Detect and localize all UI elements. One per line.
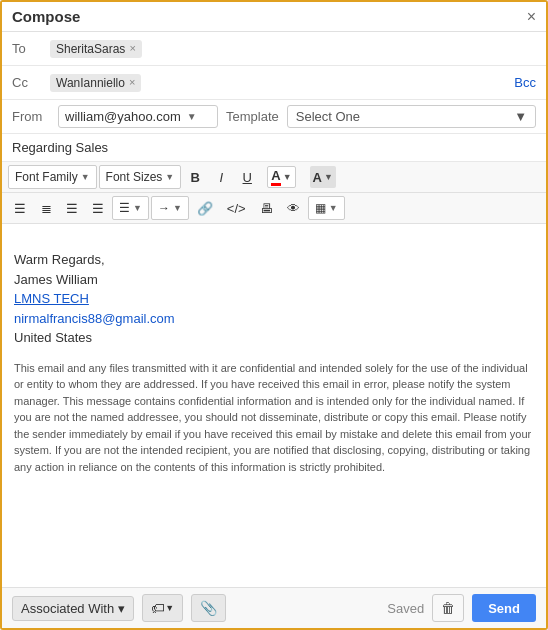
to-values: SheritaSaras × — [50, 40, 536, 58]
cc-chip-wan: WanIanniello × — [50, 74, 141, 92]
list-icon: ☰ — [119, 201, 130, 215]
associated-with-button[interactable]: Associated With ▾ — [12, 596, 134, 621]
font-sizes-dropdown[interactable]: Font Sizes ▼ — [99, 165, 182, 189]
regarding-text: Regarding Sales — [12, 140, 108, 155]
justify-button[interactable]: ☰ — [86, 196, 110, 220]
toolbar-row2: ☰ ≣ ☰ ☰ ☰ ▼ → ▼ 🔗 </> 🖶 👁 ▦ ▼ — [2, 193, 546, 224]
table-dropdown[interactable]: ▦ ▼ — [308, 196, 345, 220]
align-right-button[interactable]: ☰ — [60, 196, 84, 220]
trash-button[interactable]: 🗑 — [432, 594, 464, 622]
tags-arrow-icon: ▼ — [165, 603, 174, 613]
cc-label: Cc — [12, 75, 50, 90]
template-label: Template — [226, 109, 279, 124]
sender-email: nirmalfrancis88@gmail.com — [14, 309, 534, 329]
font-color-a-box: A ▼ — [267, 166, 295, 188]
close-button[interactable]: × — [527, 9, 536, 25]
to-chip-sherita-label: SheritaSaras — [56, 42, 125, 56]
highlight-arrow: ▼ — [324, 172, 333, 182]
cc-row: Cc WanIanniello × Bcc — [2, 66, 546, 100]
from-label: From — [12, 109, 50, 124]
disclaimer-text: This email and any files transmitted wit… — [14, 360, 534, 476]
attach-button[interactable]: 📎 — [191, 594, 226, 622]
highlight-a-box: A ▼ — [310, 166, 336, 188]
associated-with-label: Associated With — [21, 601, 114, 616]
send-button[interactable]: Send — [472, 594, 536, 622]
compose-window: Compose × To SheritaSaras × Cc WanIannie… — [0, 0, 548, 630]
compose-header: Compose × — [2, 2, 546, 32]
editor-area[interactable]: Warm Regards, James William LMNS TECH ni… — [2, 224, 546, 587]
tags-button[interactable]: 🏷 ▼ — [142, 594, 183, 622]
company-name: LMNS TECH — [14, 289, 534, 309]
font-sizes-label: Font Sizes — [106, 170, 163, 184]
from-select[interactable]: william@yahoo.com ▼ — [58, 105, 218, 128]
highlight-button[interactable]: A ▼ — [304, 165, 342, 189]
link-button[interactable]: 🔗 — [191, 196, 219, 220]
code-button[interactable]: </> — [221, 196, 252, 220]
indent-dropdown[interactable]: → ▼ — [151, 196, 189, 220]
font-family-dropdown[interactable]: Font Family ▼ — [8, 165, 97, 189]
from-row: From william@yahoo.com ▼ Template Select… — [2, 100, 546, 134]
to-row: To SheritaSaras × — [2, 32, 546, 66]
template-arrow-icon: ▼ — [514, 109, 527, 124]
table-icon: ▦ — [315, 201, 326, 215]
bold-button[interactable]: B — [183, 165, 207, 189]
template-placeholder: Select One — [296, 109, 360, 124]
font-family-label: Font Family — [15, 170, 78, 184]
signature-block: Warm Regards, James William LMNS TECH ni… — [14, 250, 534, 348]
font-sizes-arrow-icon: ▼ — [165, 172, 174, 182]
cc-values: WanIanniello × — [50, 74, 514, 92]
trash-icon: 🗑 — [441, 600, 455, 616]
print-button[interactable]: 🖶 — [254, 196, 279, 220]
tags-icon: 🏷 — [151, 600, 165, 616]
align-center-button[interactable]: ≣ — [34, 196, 58, 220]
regarding-row: Regarding Sales — [2, 134, 546, 162]
list-arrow-icon: ▼ — [133, 203, 142, 213]
bcc-link[interactable]: Bcc — [514, 75, 536, 90]
to-chip-sherita: SheritaSaras × — [50, 40, 142, 58]
indent-icon: → — [158, 201, 170, 215]
template-select[interactable]: Select One ▼ — [287, 105, 536, 128]
italic-button[interactable]: I — [209, 165, 233, 189]
warm-regards: Warm Regards, — [14, 250, 534, 270]
underline-button[interactable]: U — [235, 165, 259, 189]
align-left-button[interactable]: ☰ — [8, 196, 32, 220]
preview-button[interactable]: 👁 — [281, 196, 306, 220]
associated-with-arrow-icon: ▾ — [118, 601, 125, 616]
footer-row: Associated With ▾ 🏷 ▼ 📎 Saved 🗑 Send — [2, 587, 546, 628]
to-label: To — [12, 41, 50, 56]
cc-chip-wan-remove[interactable]: × — [129, 77, 135, 88]
font-color-a: A — [271, 168, 280, 186]
cc-chip-wan-label: WanIanniello — [56, 76, 125, 90]
to-chip-sherita-remove[interactable]: × — [129, 43, 135, 54]
font-color-button[interactable]: A ▼ — [261, 165, 301, 189]
sender-name: James William — [14, 270, 534, 290]
indent-arrow-icon: ▼ — [173, 203, 182, 213]
table-arrow-icon: ▼ — [329, 203, 338, 213]
highlight-a: A — [313, 170, 322, 185]
sender-country: United States — [14, 328, 534, 348]
font-family-arrow-icon: ▼ — [81, 172, 90, 182]
compose-title: Compose — [12, 8, 80, 25]
from-arrow-icon: ▼ — [187, 111, 197, 122]
font-color-arrow: ▼ — [283, 172, 292, 182]
attach-icon: 📎 — [200, 600, 217, 616]
from-email: william@yahoo.com — [65, 109, 181, 124]
toolbar-row1: Font Family ▼ Font Sizes ▼ B I U A ▼ A ▼ — [2, 162, 546, 193]
saved-label: Saved — [387, 601, 424, 616]
list-dropdown[interactable]: ☰ ▼ — [112, 196, 149, 220]
